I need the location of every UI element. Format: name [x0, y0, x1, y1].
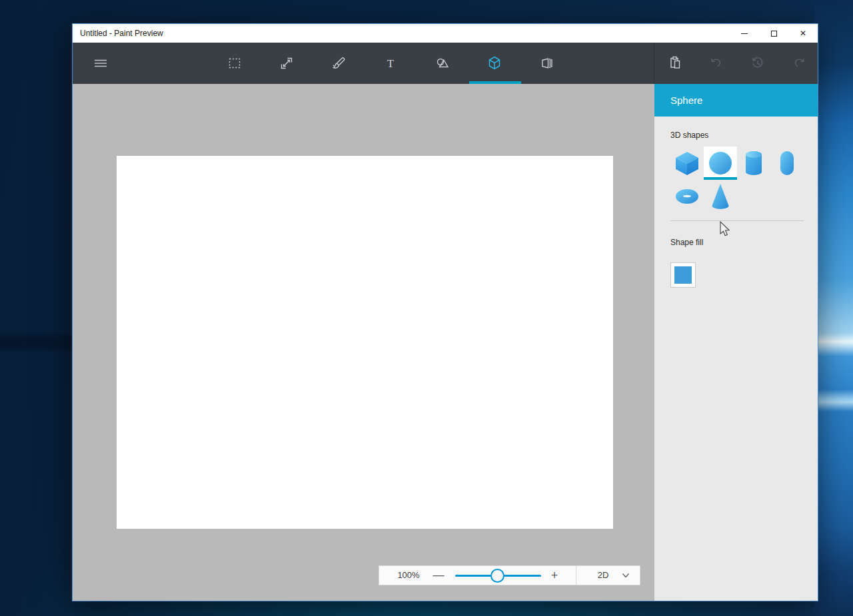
cylinder-shape-icon [744, 150, 764, 176]
shape-cone[interactable] [704, 180, 737, 213]
paste-button[interactable] [659, 47, 691, 79]
canvas-tool-button[interactable] [530, 47, 562, 79]
chevron-down-icon[interactable] [622, 572, 630, 579]
view-mode-value[interactable]: 2D [587, 566, 619, 585]
fill-section-label: Shape fill [670, 238, 703, 247]
zoom-out-button[interactable]: — [430, 566, 447, 585]
svg-text:T: T [387, 57, 395, 70]
text-tool-button[interactable]: T [375, 47, 407, 79]
content-area: 100% — + 2D Sphere 3D shapes [73, 84, 818, 601]
minimize-icon [741, 33, 748, 34]
doughnut-shape-icon [674, 188, 700, 205]
brush-tool-button[interactable] [323, 47, 355, 79]
menu-button[interactable] [85, 47, 117, 79]
fill-color-chip [674, 266, 692, 284]
zoom-bar: 100% — + 2D [379, 565, 640, 585]
marquee-select-icon [227, 55, 243, 71]
shape-fill-swatch[interactable] [670, 262, 696, 288]
shape-sphere[interactable] [704, 147, 737, 180]
undo-button[interactable] [700, 47, 732, 79]
workspace: 100% — + 2D [73, 84, 654, 601]
close-icon: ✕ [800, 29, 806, 37]
shape-cylinder[interactable] [737, 147, 770, 180]
paint-preview-window: Untitled - Paint Preview ✕ [72, 23, 818, 601]
shape-doughnut[interactable] [670, 180, 704, 213]
shapes-2d-tool-button[interactable] [426, 47, 458, 79]
minimize-button[interactable] [730, 24, 759, 43]
maximize-button[interactable] [759, 24, 788, 43]
zoombar-divider [576, 566, 576, 585]
history-button[interactable] [742, 47, 774, 79]
window-title: Untitled - Paint Preview [73, 29, 730, 38]
zoom-level: 100% [389, 566, 428, 585]
shape-capsule[interactable] [770, 147, 804, 180]
shapes-section-label: 3D shapes [670, 131, 708, 140]
zoom-in-button[interactable]: + [546, 566, 563, 585]
canvas-icon [538, 55, 554, 71]
shape-cube[interactable] [670, 147, 704, 180]
text-icon: T [383, 55, 399, 71]
mouse-cursor [719, 221, 731, 238]
wallpaper-dark-band [0, 332, 79, 353]
cone-shape-icon [709, 182, 732, 210]
side-panel: Sphere 3D shapes [654, 84, 818, 601]
hamburger-icon [93, 55, 109, 71]
cube-3d-icon [486, 55, 503, 72]
resize-tool-button[interactable] [271, 47, 303, 79]
wallpaper-light-beams [814, 0, 853, 616]
drawing-canvas[interactable] [117, 156, 613, 529]
clipboard-icon [666, 55, 684, 72]
shapes-3d-tool-button[interactable] [478, 47, 510, 79]
panel-header: Sphere [654, 84, 818, 117]
select-tool-button[interactable] [219, 47, 251, 79]
zoom-slider-thumb[interactable] [490, 569, 504, 583]
sphere-shape-icon [708, 151, 733, 176]
redo-button[interactable] [783, 47, 815, 79]
history-icon [749, 55, 766, 72]
undo-icon [708, 55, 725, 72]
capsule-shape-icon [779, 150, 795, 176]
resize-icon [279, 55, 295, 71]
shapes-2d-icon [434, 55, 450, 71]
shape-grid [670, 147, 804, 213]
toolbar-divider [654, 43, 654, 84]
close-button[interactable]: ✕ [788, 24, 818, 43]
brush-icon [331, 55, 347, 71]
maximize-icon [771, 31, 777, 37]
cube-shape-icon [674, 151, 700, 176]
titlebar[interactable]: Untitled - Paint Preview ✕ [73, 24, 818, 43]
redo-icon [790, 55, 808, 72]
toolbar: T [73, 43, 818, 84]
panel-divider [670, 220, 804, 221]
